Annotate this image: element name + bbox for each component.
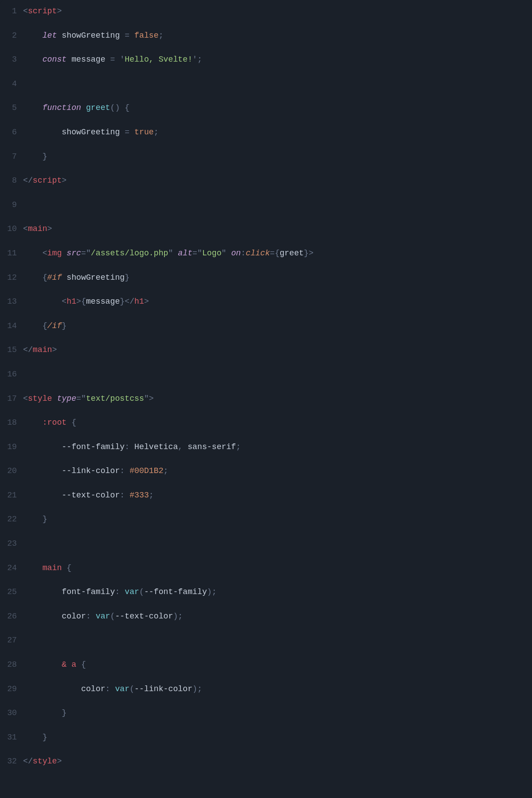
code-content[interactable]: } [23,733,532,741]
line-number: 27 [0,636,23,644]
code-content[interactable]: } [23,515,532,523]
code-line[interactable]: 6 showGreeting = true; [0,128,532,153]
code-line[interactable]: 8</script> [0,176,532,201]
code-line[interactable]: 15</main> [0,346,532,370]
code-content[interactable]: } [23,709,532,717]
line-number: 14 [0,322,23,330]
line-number: 25 [0,588,23,596]
code-line[interactable]: 28 & a { [0,661,532,685]
line-number: 30 [0,709,23,717]
code-content[interactable]: --font-family: Helvetica, sans-serif; [23,443,532,451]
code-line[interactable]: 9 [0,201,532,225]
code-content[interactable]: color: var(--text-color); [23,612,532,620]
code-content[interactable]: {/if} [23,322,532,330]
line-number: 32 [0,757,23,765]
code-line[interactable]: 27 [0,636,532,661]
line-number: 23 [0,540,23,548]
code-line[interactable]: 2 let showGreeting = false; [0,31,532,56]
line-number: 22 [0,515,23,523]
line-number: 13 [0,297,23,305]
code-line[interactable]: 3 const message = 'Hello, Svelte!'; [0,55,532,80]
code-line[interactable]: 21 --text-color: #333; [0,491,532,516]
code-line[interactable]: 29 color: var(--link-color); [0,685,532,709]
code-line[interactable]: 4 [0,80,532,104]
code-line[interactable]: 18 :root { [0,419,532,443]
code-line[interactable]: 16 [0,370,532,395]
code-line[interactable]: 12 {#if showGreeting} [0,274,532,298]
code-content[interactable]: </main> [23,346,532,354]
code-content[interactable]: font-family: var(--font-family); [23,588,532,596]
line-number: 8 [0,176,23,184]
line-number: 21 [0,491,23,499]
line-number: 10 [0,225,23,233]
code-content[interactable]: & a { [23,661,532,669]
code-content[interactable]: :root { [23,419,532,426]
line-number: 26 [0,612,23,620]
line-number: 31 [0,733,23,741]
code-line[interactable]: 31 } [0,733,532,758]
code-content[interactable]: <style type="text/postcss"> [23,395,532,403]
code-editor[interactable]: 1<script>2 let showGreeting = false;3 co… [0,0,532,790]
code-content[interactable]: <main> [23,225,532,233]
line-number: 2 [0,31,23,39]
code-content[interactable]: <h1>{message}</h1> [23,297,532,305]
line-number: 28 [0,661,23,669]
code-content[interactable]: } [23,153,532,160]
code-content[interactable]: <script> [23,7,532,15]
code-line[interactable]: 17<style type="text/postcss"> [0,395,532,419]
code-line[interactable]: 14 {/if} [0,322,532,346]
line-number: 16 [0,370,23,378]
code-line[interactable]: 25 font-family: var(--font-family); [0,588,532,612]
code-content[interactable]: main { [23,564,532,572]
code-content[interactable]: const message = 'Hello, Svelte!'; [23,55,532,63]
code-content[interactable]: {#if showGreeting} [23,274,532,282]
line-number: 6 [0,128,23,136]
code-content[interactable]: showGreeting = true; [23,128,532,136]
code-line[interactable]: 1<script> [0,7,532,31]
line-number: 3 [0,55,23,63]
code-line[interactable]: 13 <h1>{message}</h1> [0,297,532,322]
code-line[interactable]: 10<main> [0,225,532,249]
line-number: 7 [0,153,23,160]
code-line[interactable]: 23 [0,540,532,564]
code-line[interactable]: 26 color: var(--text-color); [0,612,532,637]
line-number: 17 [0,395,23,403]
line-number: 18 [0,419,23,426]
code-content[interactable]: let showGreeting = false; [23,31,532,39]
code-content[interactable]: </style> [23,757,532,765]
line-number: 20 [0,467,23,475]
line-number: 11 [0,249,23,257]
line-number: 5 [0,104,23,112]
code-content[interactable]: --text-color: #333; [23,491,532,499]
line-number: 19 [0,443,23,451]
code-content[interactable]: </script> [23,176,532,184]
code-line[interactable]: 24 main { [0,564,532,588]
code-line[interactable]: 5 function greet() { [0,104,532,128]
code-content[interactable]: function greet() { [23,104,532,112]
code-line[interactable]: 19 --font-family: Helvetica, sans-serif; [0,443,532,467]
code-content[interactable]: <img src="/assets/logo.php" alt="Logo" o… [23,249,532,257]
line-number: 12 [0,274,23,282]
code-content[interactable]: --link-color: #00D1B2; [23,467,532,475]
line-number: 1 [0,7,23,15]
code-line[interactable]: 22 } [0,515,532,540]
line-number: 4 [0,80,23,88]
code-line[interactable]: 30 } [0,709,532,733]
code-line[interactable]: 11 <img src="/assets/logo.php" alt="Logo… [0,249,532,274]
code-line[interactable]: 32</style> [0,757,532,782]
line-number: 24 [0,564,23,572]
line-number: 15 [0,346,23,354]
line-number: 29 [0,685,23,693]
code-content[interactable]: color: var(--link-color); [23,685,532,693]
code-line[interactable]: 7 } [0,153,532,177]
code-line[interactable]: 20 --link-color: #00D1B2; [0,467,532,491]
line-number: 9 [0,201,23,209]
